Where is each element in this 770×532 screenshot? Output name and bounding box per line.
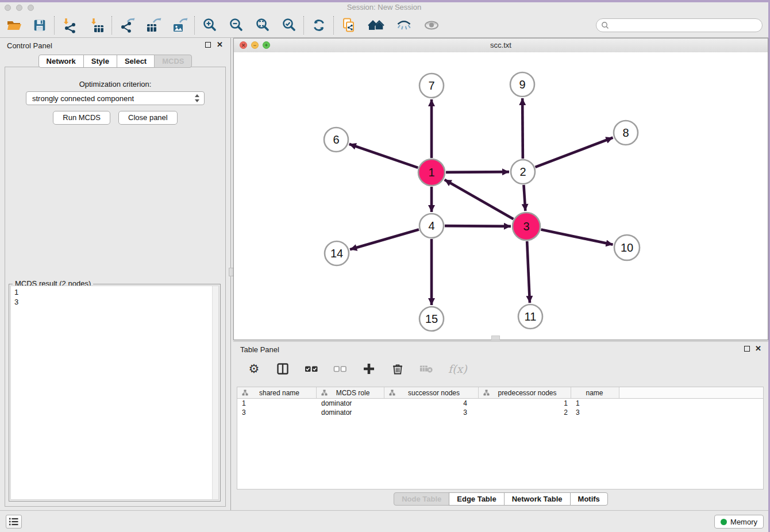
home-layout-icon[interactable]: [368, 17, 385, 34]
node-label-7: 7: [428, 79, 434, 92]
table-panel-float-button[interactable]: [744, 346, 750, 352]
toolbar-separator: [303, 16, 305, 34]
save-session-icon[interactable]: [31, 17, 48, 34]
delete-columns-icon[interactable]: [391, 362, 405, 376]
tab-edge-table[interactable]: Edge Table: [449, 492, 504, 506]
cell-r0-c3[interactable]: 1: [479, 399, 571, 407]
add-column-icon[interactable]: [362, 362, 376, 376]
delete-table-icon[interactable]: [419, 362, 433, 376]
mcds-result-group: MCDS result (2 nodes) 1 3: [9, 284, 221, 502]
tab-style[interactable]: Style: [83, 55, 117, 68]
function-builder-icon[interactable]: f(x): [448, 362, 467, 376]
table-settings-icon[interactable]: ⚙: [247, 362, 261, 376]
edge-2-3[interactable]: [523, 185, 525, 211]
memory-status-icon: [721, 519, 727, 525]
column-header-shared-name[interactable]: shared name: [237, 387, 317, 398]
mcds-result-textarea[interactable]: 1 3: [10, 286, 219, 500]
toolbar-separator: [111, 16, 113, 34]
cell-r1-c3[interactable]: 2: [479, 408, 571, 417]
table-panel-header: Table Panel ✕: [233, 342, 768, 357]
control-panel-tabs: Network Style Select MCDS: [0, 55, 230, 68]
tab-select[interactable]: Select: [117, 55, 155, 68]
edge-1-6[interactable]: [349, 144, 418, 168]
cell-r0-c4[interactable]: 1: [571, 399, 619, 407]
mcds-result-scrollbar[interactable]: [212, 286, 218, 499]
zoom-in-icon[interactable]: [201, 17, 218, 34]
group-icon: [483, 390, 490, 396]
zoom-selected-icon[interactable]: [280, 17, 298, 34]
zoom-fit-icon[interactable]: [254, 17, 271, 34]
optimization-criterion-label: Optimization criterion:: [5, 80, 225, 88]
main-toolbar: [0, 13, 768, 38]
node-table-header: shared name MCDS role successor nodes pr…: [237, 387, 763, 399]
cell-r0-c2[interactable]: 4: [384, 399, 479, 407]
cell-r0-c1[interactable]: dominator: [317, 399, 384, 407]
import-network-icon[interactable]: [61, 17, 78, 34]
show-details-icon[interactable]: [423, 17, 440, 34]
search-field[interactable]: [596, 18, 763, 32]
criterion-dropdown[interactable]: strongly connected component: [26, 91, 205, 105]
cell-r1-c2[interactable]: 3: [384, 408, 479, 417]
cell-r1-c4[interactable]: 3: [571, 408, 619, 417]
memory-button[interactable]: Memory: [714, 515, 764, 529]
edge-3-10[interactable]: [541, 229, 613, 244]
column-header-predecessor-nodes[interactable]: predecessor nodes: [479, 387, 571, 398]
table-splitter-grip[interactable]: [491, 336, 500, 340]
export-image-icon[interactable]: [171, 17, 188, 34]
hide-details-icon[interactable]: [395, 17, 413, 34]
control-panel-header: Control Panel ✕: [0, 38, 230, 53]
column-header-mcds-role[interactable]: MCDS role: [317, 387, 384, 398]
cell-r1-c1[interactable]: dominator: [317, 408, 384, 417]
tab-mcds[interactable]: MCDS: [154, 55, 192, 68]
toggle-panel-layout-icon[interactable]: [276, 362, 290, 376]
column-header-successor-nodes[interactable]: successor nodes: [384, 387, 479, 398]
group-icon: [242, 390, 248, 396]
export-table-icon[interactable]: [145, 17, 162, 34]
tab-node-table[interactable]: Node Table: [394, 492, 449, 506]
application-window: Session: New Session: [0, 2, 768, 532]
control-panel-float-button[interactable]: [205, 42, 211, 48]
edge-3-11[interactable]: [527, 241, 530, 303]
edge-4-3[interactable]: [445, 226, 511, 226]
zoom-out-icon[interactable]: [228, 17, 245, 34]
column-header-name[interactable]: name: [571, 387, 619, 398]
node-label-14: 14: [330, 247, 343, 260]
toolbar-separator: [194, 16, 195, 34]
run-mcds-button[interactable]: Run MCDS: [53, 111, 110, 125]
tab-network[interactable]: Network: [38, 55, 84, 68]
task-history-button[interactable]: [6, 515, 22, 529]
control-panel-close-icon[interactable]: ✕: [217, 41, 223, 49]
group-icon: [389, 390, 395, 396]
open-session-icon[interactable]: [6, 17, 23, 34]
node-table: shared name MCDS role successor nodes pr…: [237, 387, 764, 489]
close-panel-button[interactable]: Close panel: [118, 111, 178, 125]
node-label-4: 4: [428, 219, 434, 232]
tab-motifs[interactable]: Motifs: [570, 492, 608, 506]
deselect-all-icon[interactable]: [333, 362, 347, 376]
export-network-icon[interactable]: [118, 17, 136, 34]
tab-network-table[interactable]: Network Table: [504, 492, 571, 506]
control-panel-title: Control Panel: [7, 41, 52, 50]
table-row[interactable]: 3dominator323: [237, 408, 763, 417]
network-view-window: ✕ − + scc.txt 7968124314101511: [233, 38, 768, 340]
edge-2-8[interactable]: [536, 138, 613, 167]
edge-4-14[interactable]: [350, 229, 419, 249]
node-label-10: 10: [621, 241, 633, 254]
search-input[interactable]: [613, 20, 757, 30]
cell-r0-c0[interactable]: 1: [237, 399, 317, 407]
table-row[interactable]: 1dominator411: [237, 399, 763, 408]
refresh-layout-icon[interactable]: [310, 17, 328, 34]
select-all-icon[interactable]: [305, 362, 318, 376]
group-icon: [321, 390, 328, 396]
network-canvas[interactable]: 7968124314101511: [234, 52, 768, 340]
duplicate-network-icon[interactable]: [340, 17, 357, 34]
import-table-icon[interactable]: [88, 17, 106, 34]
edge-1-2[interactable]: [446, 172, 509, 172]
edge-2-9[interactable]: [522, 98, 523, 159]
network-window-titlebar[interactable]: ✕ − + scc.txt: [234, 38, 768, 53]
cell-r1-c0[interactable]: 3: [237, 408, 317, 417]
status-bar: Memory: [0, 510, 768, 532]
table-panel-close-icon[interactable]: ✕: [755, 345, 761, 353]
node-label-11: 11: [525, 310, 537, 323]
edge-3-1[interactable]: [445, 180, 514, 219]
